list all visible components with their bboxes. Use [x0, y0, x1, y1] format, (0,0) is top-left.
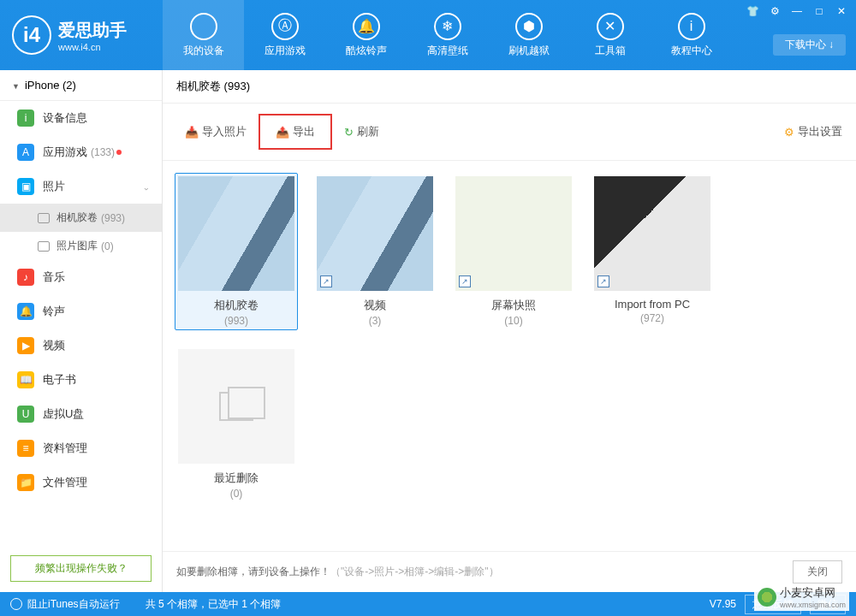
album-thumb: ↗ — [317, 176, 433, 291]
nav-tab-4[interactable]: ⬢刷机越狱 — [488, 0, 569, 70]
sidebar-icon: 📁 — [17, 474, 34, 491]
sidebar-icon: i — [17, 110, 34, 127]
itunes-block-toggle[interactable]: 阻止iTunes自动运行 — [10, 597, 120, 612]
nav-icon: ❄ — [434, 13, 461, 40]
sidebar: iPhone (2) i设备信息A应用游戏(133)▣照片相机胶卷(993)照片… — [0, 70, 163, 592]
sidebar-icon: ▣ — [17, 178, 34, 195]
sidebar-icon: A — [17, 144, 34, 161]
sidebar-icon: ▶ — [17, 337, 34, 354]
album-item[interactable]: ↗屏幕快照(10) — [452, 173, 575, 330]
album-thumb: ↗ — [455, 176, 572, 291]
skin-icon[interactable]: 👕 — [745, 3, 760, 19]
nav-icon: ⬢ — [515, 13, 543, 40]
nav-icon: i — [678, 13, 705, 40]
sidebar-icon: 🔔 — [17, 303, 34, 320]
logo-icon: i4 — [12, 15, 51, 55]
sidebar-item-9[interactable]: 📁文件管理 — [0, 465, 162, 500]
album-item[interactable]: 相机胶卷(993) — [175, 173, 298, 330]
sidebar-item-0[interactable]: i设备信息 — [0, 101, 162, 135]
album-count: (972) — [594, 312, 710, 324]
watermark: 小麦安卓网 www.xmsigma.com — [754, 583, 849, 611]
sidebar-item-6[interactable]: 📖电子书 — [0, 363, 162, 397]
sidebar-item-3[interactable]: ♪音乐 — [0, 260, 162, 294]
shortcut-icon: ↗ — [597, 275, 609, 287]
album-name: 视频 — [317, 298, 433, 313]
nav-tab-1[interactable]: Ⓐ应用游戏 — [244, 0, 325, 70]
hint-bar: 如要删除相簿，请到设备上操作！ （"设备->照片->相簿->编辑->删除"） 关… — [163, 551, 856, 592]
album-thumb: ↗ — [594, 176, 710, 291]
album-name: 相机胶卷 — [178, 298, 294, 313]
nav-tab-5[interactable]: ✕工具箱 — [569, 0, 651, 70]
album-count: (3) — [317, 315, 433, 327]
album-count: (0) — [178, 488, 294, 500]
sidebar-icon: U — [17, 406, 34, 423]
faq-link[interactable]: 频繁出现操作失败？ — [10, 555, 152, 582]
import-photos-button[interactable]: 📥导入照片 — [176, 119, 255, 145]
refresh-button[interactable]: ↻刷新 — [336, 119, 388, 145]
nav-tab-2[interactable]: 🔔酷炫铃声 — [325, 0, 407, 70]
album-thumb — [178, 349, 294, 464]
nav-icon: 🔔 — [353, 13, 380, 40]
main-content: 相机胶卷 (993) 📥导入照片 📤导出 ↻刷新 ⚙导出设置 相机胶卷(993)… — [163, 70, 856, 592]
minimize-icon[interactable]: — — [789, 3, 805, 19]
refresh-icon: ↻ — [344, 126, 354, 139]
sidebar-item-4[interactable]: 🔔铃声 — [0, 294, 162, 329]
close-icon[interactable]: ✕ — [834, 3, 849, 19]
app-url: www.i4.cn — [58, 42, 127, 52]
album-item[interactable]: 最近删除(0) — [175, 346, 298, 503]
maximize-icon[interactable]: □ — [811, 3, 827, 19]
folder-icon — [38, 241, 50, 252]
album-count: (993) — [178, 315, 294, 327]
window-controls: 👕 ⚙ — □ ✕ — [745, 3, 849, 19]
app-logo: i4 爱思助手 www.i4.cn — [0, 15, 163, 55]
app-name: 爱思助手 — [58, 19, 127, 42]
album-name: 最近删除 — [178, 471, 294, 486]
sidebar-icon: ♪ — [17, 269, 34, 286]
status-bar: 阻止iTunes自动运行 共 5 个相簿，已选中 1 个相簿 V7.95 意见反… — [0, 592, 856, 616]
nav-icon: ✕ — [597, 13, 624, 40]
empty-icon — [219, 392, 253, 421]
download-center-button[interactable]: 下载中心 ↓ — [773, 34, 846, 56]
settings-icon[interactable]: ⚙ — [767, 3, 782, 19]
toggle-icon — [10, 598, 22, 610]
shortcut-icon: ↗ — [320, 275, 332, 287]
nav-tab-3[interactable]: ❄高清壁纸 — [407, 0, 488, 70]
toolbar: 📥导入照片 📤导出 ↻刷新 ⚙导出设置 — [163, 104, 856, 161]
shortcut-icon: ↗ — [459, 275, 471, 287]
export-highlight: 📤导出 — [259, 114, 332, 150]
notification-dot — [116, 150, 122, 155]
watermark-icon — [758, 588, 776, 607]
album-item[interactable]: ↗Import from PC(972) — [591, 173, 714, 330]
folder-icon — [38, 213, 50, 223]
nav-icon: Ⓐ — [271, 13, 299, 40]
hint-text: 如要删除相簿，请到设备上操作！ — [176, 565, 330, 579]
breadcrumb: 相机胶卷 (993) — [163, 70, 856, 104]
version-label: V7.95 — [710, 598, 736, 610]
gear-icon: ⚙ — [784, 126, 794, 139]
device-selector[interactable]: iPhone (2) — [0, 70, 162, 101]
sidebar-item-7[interactable]: U虚拟U盘 — [0, 397, 162, 431]
export-button[interactable]: 📤导出 — [267, 119, 324, 145]
album-grid: 相机胶卷(993)↗视频(3)↗屏幕快照(10)↗Import from PC(… — [163, 161, 856, 551]
status-summary: 共 5 个相簿，已选中 1 个相簿 — [146, 597, 282, 612]
sidebar-item-2[interactable]: ▣照片 — [0, 169, 162, 204]
sidebar-sub-0[interactable]: 相机胶卷(993) — [0, 204, 162, 232]
nav-icon — [190, 13, 217, 40]
sidebar-item-5[interactable]: ▶视频 — [0, 329, 162, 363]
album-count: (10) — [455, 315, 572, 327]
nav-tab-0[interactable]: 我的设备 — [163, 0, 244, 70]
sidebar-sub-1[interactable]: 照片图库(0) — [0, 232, 162, 260]
import-icon: 📥 — [185, 126, 199, 139]
album-name: Import from PC — [594, 298, 710, 311]
sidebar-item-1[interactable]: A应用游戏(133) — [0, 135, 162, 169]
album-item[interactable]: ↗视频(3) — [313, 173, 437, 330]
sidebar-item-8[interactable]: ≡资料管理 — [0, 431, 162, 465]
album-name: 屏幕快照 — [455, 298, 572, 313]
album-thumb — [178, 176, 294, 291]
nav-tab-6[interactable]: i教程中心 — [651, 0, 732, 70]
app-header: i4 爱思助手 www.i4.cn 我的设备Ⓐ应用游戏🔔酷炫铃声❄高清壁纸⬢刷机… — [0, 0, 856, 70]
export-settings-button[interactable]: ⚙导出设置 — [784, 124, 842, 139]
close-button[interactable]: 关闭 — [793, 560, 842, 583]
sidebar-icon: 📖 — [17, 371, 34, 388]
hint-path: （"设备->照片->相簿->编辑->删除"） — [330, 565, 499, 579]
